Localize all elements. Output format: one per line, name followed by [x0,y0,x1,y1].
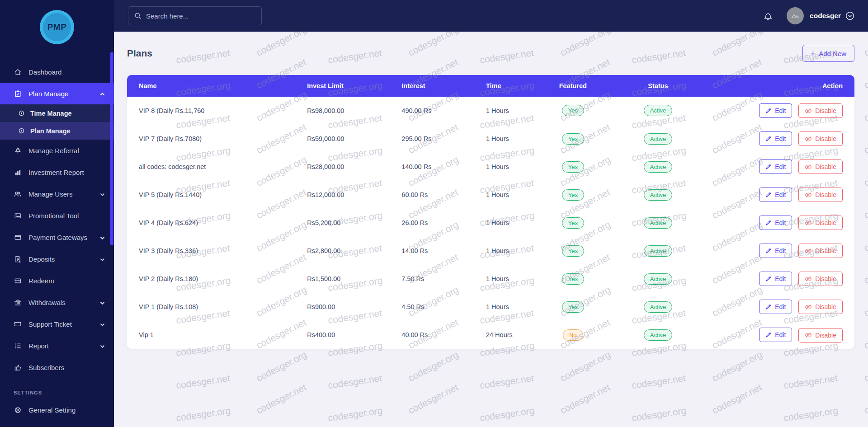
disable-button[interactable]: Disable [798,300,843,314]
interest: 60.00 Rs [396,181,481,209]
sidebar-item-manage-users[interactable]: Manage Users [0,183,114,205]
plus-icon: + [811,49,815,58]
disable-button[interactable]: Disable [798,216,843,230]
edit-button[interactable]: Edit [759,103,792,118]
disable-button[interactable]: Disable [798,272,843,286]
content: Plans + Add New Name Invest Limit [114,32,868,427]
status-badge: Active [644,105,672,116]
avatar[interactable] [787,7,804,24]
thumbs-up-icon [14,364,22,371]
sidebar-item-promotional-tool[interactable]: Promotional Tool [0,205,114,226]
plan-name: all codes: codesger.net [127,153,302,181]
edit-button[interactable]: Edit [759,216,792,230]
sidebar-item-dashboard[interactable]: Dashboard [0,61,114,83]
time: 1 Hours [481,237,524,265]
interest: 40.00 Rs [396,321,481,349]
sidebar-item-deposits[interactable]: $ Deposits [0,248,114,270]
sidebar-item-label: Dashboard [28,68,61,76]
sidebar-item-manage-referral[interactable]: Manage Referral [0,140,114,161]
search-box [128,6,262,25]
sidebar-subitem-plan-manage[interactable]: Plan Manage [0,122,114,140]
app-window: PMP Dashboard Plan Manage Time Manage Pl… [0,0,868,427]
chevron-down-icon [100,190,105,198]
edit-button[interactable]: Edit [759,300,792,314]
sidebar-item-label: Investment Report [28,169,84,176]
sidebar-item-report[interactable]: Report [0,335,114,357]
table-row: VIP 2 (Daily Rs.180) Rs1,500.00 7.50 Rs … [127,265,854,293]
notification-bell-icon[interactable] [763,10,773,21]
invest-limit: Rs28,000.00 [302,153,396,181]
plan-name: VIP 2 (Daily Rs.180) [127,265,302,293]
sidebar-scrollbar[interactable] [110,52,113,245]
invest-limit: Rs59,000.00 [302,125,396,153]
add-new-button[interactable]: + Add New [802,45,854,62]
table-header-row: Name Invest Limit Interest Time Featured… [127,75,854,97]
logo: PMP [0,0,114,44]
clipboard-icon [14,90,22,98]
sidebar-item-subscribers[interactable]: Subscribers [0,357,114,378]
sidebar-item-label: Manage Users [28,190,73,198]
chevron-down-icon [100,320,105,328]
search-input[interactable] [146,12,255,20]
invest-limit: Rs900.00 [302,293,396,321]
edit-button[interactable]: Edit [759,272,792,286]
edit-button[interactable]: Edit [759,244,792,258]
page-head: Plans + Add New [127,44,854,62]
main-area: codesger Plans + Add New [114,0,868,427]
sidebar-item-redeem[interactable]: Redeem [0,270,114,291]
logo-text: PMP [43,13,71,41]
chevron-down-icon [100,299,105,306]
edit-button[interactable]: Edit [759,131,792,146]
time: 1 Hours [481,209,524,237]
sidebar-item-investment-report[interactable]: Investment Report [0,161,114,183]
disable-button[interactable]: Disable [798,131,843,146]
status-badge: Active [644,329,672,341]
sidebar-item-label: Withdrawals [28,299,66,306]
plan-name: Vip 1 [127,321,302,349]
tree-icon [14,147,22,155]
sidebar-item-support-ticket[interactable]: Support Ticket [0,313,114,335]
sidebar-item-label: Report [28,342,49,350]
card-icon [14,277,22,285]
disable-button[interactable]: Disable [798,103,843,118]
edit-button[interactable]: Edit [759,160,792,174]
featured-badge: No [563,329,583,341]
sidebar-item-label: Payment Gateways [28,234,87,241]
sidebar-subitem-label: Time Manage [30,110,72,117]
table-row: VIP 4 (Daily Rs.624) Rs5,200.00 26.00 Rs… [127,209,854,237]
column-header-time: Time [481,75,524,97]
plan-name: VIP 1 (Daily Rs.108) [127,293,302,321]
svg-text:$: $ [19,260,21,263]
sidebar-item-general-setting[interactable]: General Setting [0,399,114,421]
disable-button[interactable]: Disable [798,328,843,343]
disable-button[interactable]: Disable [798,244,843,258]
table-row: Vip 1 Rs400.00 40.00 Rs 24 Hours No Acti… [127,321,854,349]
sidebar-item-plan-manage[interactable]: Plan Manage [0,83,114,104]
sidebar-item-withdrawals[interactable]: Withdrawals [0,291,114,313]
disable-button[interactable]: Disable [798,188,843,202]
time: 1 Hours [481,265,524,293]
bar-chart-icon [14,169,22,176]
search-icon [134,12,142,19]
sidebar-section-settings: SETTINGS [14,390,114,395]
sidebar-item-payment-gateways[interactable]: Payment Gateways [0,226,114,248]
sidebar-subitem-time-manage[interactable]: Time Manage [0,104,114,122]
home-icon [14,68,22,76]
status-badge: Active [644,161,672,173]
gear-icon [14,406,22,414]
edit-button[interactable]: Edit [759,188,792,202]
edit-button[interactable]: Edit [759,328,792,342]
invest-limit: Rs98,000.00 [302,97,396,125]
sidebar-item-label: General Setting [28,406,75,414]
status-badge: Active [644,189,672,201]
username[interactable]: codesger [810,12,841,20]
disable-button[interactable]: Disable [798,160,843,174]
status-badge: Active [644,301,672,313]
status-badge: Active [644,245,672,257]
interest: 490.00 Rs [396,97,481,125]
plan-name: VIP 4 (Daily Rs.624) [127,209,302,237]
table-row: VIP 3 (Daily Rs.336) Rs2,800.00 14.00 Rs… [127,237,854,265]
sidebar-subitem-label: Plan Manage [30,127,71,135]
sidebar-item-label: Redeem [28,277,54,285]
chevron-circle-down-icon[interactable] [845,11,854,20]
